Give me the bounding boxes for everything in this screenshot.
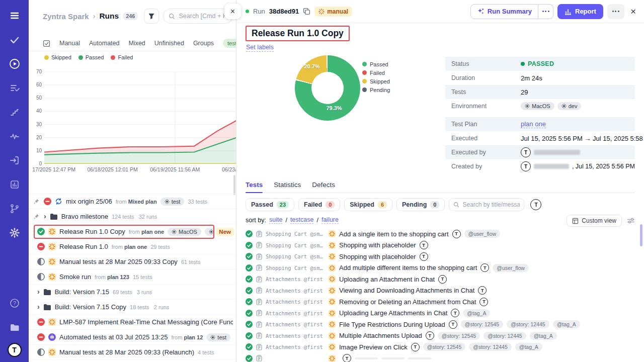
- test-row[interactable]: Attachments @first Viewing and Downloadi…: [246, 285, 639, 297]
- tests-search[interactable]: [449, 198, 524, 211]
- run-row[interactable]: Manual tests at 28 Mar 2025 09:33 Copy 6…: [29, 254, 236, 269]
- branch-icon[interactable]: [6, 200, 23, 217]
- runs-search-input[interactable]: [179, 13, 227, 20]
- test-row[interactable]: Attachments @first File Type Restriction…: [246, 319, 639, 330]
- test-row[interactable]: Shopping Cart @sm… Add a single item to …: [246, 228, 639, 240]
- run-title[interactable]: Manual tests at 28 Mar 2025 09:33 (Relau…: [59, 348, 194, 356]
- bar-chart-icon[interactable]: [6, 176, 23, 193]
- run-title[interactable]: Bravo milestone: [61, 213, 108, 220]
- run-row[interactable]: Release Run 1.0 from plan one 29 tests: [29, 239, 236, 254]
- tab-statistics[interactable]: Statistics: [274, 181, 301, 193]
- folders-icon[interactable]: [6, 319, 23, 336]
- play-circle-icon[interactable]: [6, 55, 23, 72]
- run-title[interactable]: Build: Version 7.15 Copy: [55, 303, 126, 311]
- run-plan-link[interactable]: plan one: [141, 229, 164, 235]
- steps-icon[interactable]: [6, 104, 23, 121]
- assignee-filter-avatar[interactable]: T: [530, 199, 541, 210]
- tab-manual[interactable]: Manual: [59, 40, 80, 47]
- breadcrumb-project[interactable]: Zyntra Spark: [43, 12, 89, 21]
- set-labels-link[interactable]: Set labels: [246, 44, 274, 52]
- more-actions-button[interactable]: [607, 4, 624, 19]
- chevron-right-icon[interactable]: ›: [37, 288, 40, 295]
- test-row[interactable]: Attachments @first Uploading an Attachme…: [246, 274, 639, 285]
- test-row[interactable]: Attachments @first Removing or Deleting …: [246, 296, 639, 308]
- sort-by-suite-link[interactable]: suite: [269, 216, 282, 224]
- run-title[interactable]: Automated tests at 03 Jul 2025 13:25: [59, 333, 168, 341]
- filter-failed-button[interactable]: Failed0: [298, 198, 340, 211]
- copy-icon[interactable]: [303, 8, 310, 15]
- run-plan-link[interactable]: plan one: [124, 244, 147, 250]
- edit-list-icon[interactable]: [43, 40, 50, 47]
- close-panel-button[interactable]: ×: [224, 4, 241, 19]
- test-row[interactable]: Shopping Cart @sm… Shopping with placeho…: [246, 240, 639, 251]
- run-plan-link[interactable]: Mixed plan: [128, 199, 157, 205]
- run-row[interactable]: Automated tests at 03 Jul 2025 13:25 fro…: [29, 330, 236, 345]
- test-row[interactable]: Attachments @first Uploading Large Attac…: [246, 308, 639, 319]
- test-row[interactable]: Attachments @first Image Preview on Clic…: [246, 341, 639, 353]
- run-title[interactable]: LMP-587 Implement Real-Time Chat Messagi…: [59, 318, 234, 326]
- logo-avatar[interactable]: T: [8, 343, 22, 357]
- sort-by-failure-link[interactable]: failure: [321, 216, 339, 224]
- test-title[interactable]: Uploading Large Attachments in Chat: [339, 309, 447, 317]
- left-scrollbar-thumb[interactable]: [233, 175, 235, 195]
- run-row[interactable]: Smoke run from plan 123 15 tests: [29, 269, 236, 285]
- test-plan-link[interactable]: plan one: [521, 120, 546, 128]
- run-title[interactable]: Manual tests at 28 Mar 2025 09:33 Copy: [59, 258, 178, 265]
- help-icon[interactable]: ?: [6, 295, 23, 312]
- run-row[interactable]: mix origin 25/06 from Mixed plan test 33…: [29, 194, 236, 209]
- run-row[interactable]: › Build: Version 7.15 69 tests 3 runs: [29, 285, 236, 300]
- test-row[interactable]: Attachments @first Multiple Attachments …: [246, 330, 639, 342]
- test-row[interactable]: Shopping Cart @sm… Add multiple differen…: [246, 262, 639, 274]
- test-title[interactable]: Add a single item to the shopping cart: [339, 230, 449, 238]
- run-row[interactable]: › Build: Version 7.15 Copy 18 tests 2 ru…: [29, 300, 236, 315]
- tests-search-input[interactable]: [462, 201, 520, 208]
- custom-view-button[interactable]: Custom view: [567, 215, 622, 227]
- test-title[interactable]: Viewing and Downloading Attachments in C…: [339, 287, 474, 294]
- run-row[interactable]: Release Run 1.0 Copy from plan one MacOS…: [29, 224, 236, 239]
- chevron-right-icon[interactable]: ›: [44, 213, 46, 220]
- report-button[interactable]: Report: [557, 4, 603, 19]
- pulse-icon[interactable]: [6, 128, 23, 145]
- run-title[interactable]: Build: Version 7.15: [55, 288, 109, 296]
- check-icon[interactable]: [6, 31, 23, 48]
- test-title[interactable]: Shopping with placeholder: [339, 241, 416, 249]
- filter-button[interactable]: [144, 9, 159, 24]
- test-title[interactable]: Image Preview on Click: [339, 343, 408, 351]
- run-summary-button[interactable]: Run Summary: [470, 4, 538, 19]
- run-summary-more-button[interactable]: [538, 4, 553, 19]
- test-row[interactable]: T: [246, 353, 639, 362]
- test-row[interactable]: Shopping Cart @sm… Shopping with placeho…: [246, 251, 639, 262]
- test-title[interactable]: Multiple Attachments Upload: [339, 332, 422, 339]
- tab-mixed[interactable]: Mixed: [128, 40, 145, 47]
- run-plan-link[interactable]: plan 123: [107, 274, 129, 280]
- test-title[interactable]: Removing or Deleting an Attachment from …: [339, 298, 476, 306]
- tag-filter-pill[interactable]: test: [223, 39, 236, 48]
- run-row[interactable]: Manual tests at 28 Mar 2025 09:33 (Relau…: [29, 345, 236, 360]
- close-detail-button[interactable]: ×: [630, 7, 636, 16]
- run-plan-link[interactable]: plan 12: [184, 334, 203, 340]
- run-row[interactable]: › Bravo milestone 124 tests 32 runs: [29, 209, 236, 224]
- tab-tests[interactable]: Tests: [246, 181, 263, 193]
- runs-search[interactable]: [163, 9, 233, 24]
- run-title[interactable]: Release Run 1.0 Copy: [59, 228, 125, 235]
- filter-passed-button[interactable]: Passed23: [246, 198, 294, 211]
- menu-icon[interactable]: [6, 7, 23, 24]
- import-icon[interactable]: [6, 152, 23, 169]
- tab-unfinished[interactable]: Unfinished: [154, 40, 184, 47]
- filter-skipped-button[interactable]: Skipped6: [344, 198, 392, 211]
- filter-pending-button[interactable]: Pending0: [396, 198, 445, 211]
- tab-defects[interactable]: Defects: [312, 181, 335, 193]
- right-scrollbar-thumb[interactable]: [640, 224, 642, 246]
- test-title[interactable]: Uploading an Attachment in Chat: [339, 276, 435, 283]
- test-title[interactable]: Shopping with placeholder: [339, 253, 416, 260]
- run-title[interactable]: Smoke run: [59, 273, 91, 281]
- run-title[interactable]: Release Run 1.0: [59, 243, 108, 250]
- test-title[interactable]: File Type Restrictions During Upload: [339, 321, 445, 328]
- run-row[interactable]: LMP-587 Implement Real-Time Chat Messagi…: [29, 315, 236, 330]
- chevron-right-icon[interactable]: ›: [37, 303, 40, 310]
- gear-icon[interactable]: [6, 224, 23, 241]
- test-title[interactable]: Add multiple different items to the shop…: [339, 264, 477, 272]
- tab-automated[interactable]: Automated: [89, 40, 119, 47]
- view-settings-icon[interactable]: [627, 217, 635, 224]
- tab-groups[interactable]: Groups: [193, 40, 214, 47]
